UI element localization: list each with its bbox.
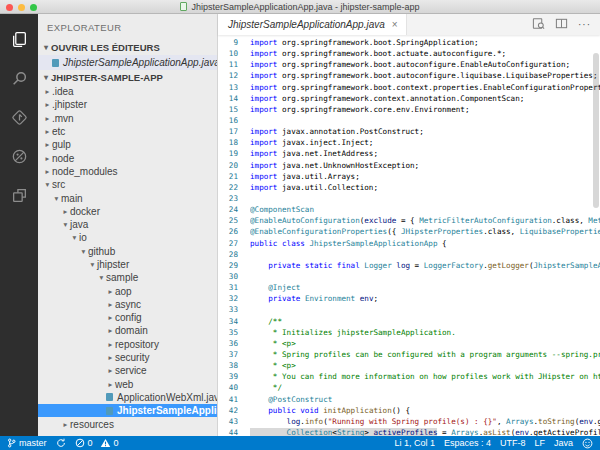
indentation-status[interactable]: Espaces : 4 [444,438,491,448]
code-line[interactable]: 27public class JhipsterSampleApplication… [218,238,600,249]
chevron-right-icon: ▸ [61,207,70,216]
code-line[interactable]: 29 private static final Logger log = Log… [218,260,600,271]
code-text [250,115,600,126]
editor-scrollbar[interactable] [593,53,599,208]
code-line[interactable]: 34 /** [218,316,600,327]
code-line[interactable]: 40 */ [218,382,600,393]
code-line[interactable]: 17import javax.annotation.PostConstruct; [218,126,600,137]
tree-item[interactable]: ▸gulp [38,138,217,151]
tree-item[interactable]: ▾src [38,178,217,191]
extensions-activity-button[interactable] [0,178,38,217]
code-line[interactable]: 24@ComponentScan [218,204,600,215]
tree-item[interactable]: ▸config [38,311,217,324]
warning-icon [100,438,111,448]
tree-item[interactable]: ▾java [38,218,217,231]
minimize-window-button[interactable] [18,4,25,11]
zoom-window-button[interactable] [30,4,37,11]
code-line[interactable]: 30 [218,271,600,282]
chevron-right-icon: ▸ [43,167,52,176]
open-editors-section-header[interactable]: ▾ OUVRIR LES ÉDITEURS [38,40,217,55]
code-line[interactable]: 21import java.util.Arrays; [218,171,600,182]
code-line[interactable]: 14import org.springframework.context.ann… [218,93,600,104]
code-line[interactable]: 43 log.info("Running with Spring profile… [218,416,600,427]
explorer-activity-button[interactable] [0,22,38,61]
close-window-button[interactable] [6,4,13,11]
code-line[interactable]: 10import org.springframework.boot.actuat… [218,48,600,59]
chevron-down-icon: ▾ [41,43,51,52]
tree-item[interactable]: ▸docker [38,205,217,218]
line-number: 20 [218,160,250,171]
code-line[interactable]: 26@EnableConfigurationProperties({ JHips… [218,226,600,237]
feedback-smiley-icon[interactable] [582,438,593,449]
code-line[interactable]: 42 public void initApplication() { [218,405,600,416]
line-number: 23 [218,193,250,204]
open-editor-item[interactable]: JhipsterSampleApplicationApp.java src/m.… [38,55,217,70]
tree-item[interactable]: ApplicationWebXml.java [38,391,217,404]
tree-item[interactable]: ▸async [38,298,217,311]
code-line[interactable]: 9import org.springframework.boot.SpringA… [218,37,600,48]
code-line[interactable]: 25@EnableAutoConfiguration(exclude = { M… [218,215,600,226]
tree-item[interactable]: ▸service [38,364,217,377]
tree-item[interactable]: ▸.idea [38,85,217,98]
tree-item[interactable]: ▾sample [38,271,217,284]
tree-item[interactable]: ▸security [38,351,217,364]
code-line[interactable]: 31 @Inject [218,282,600,293]
code-editor[interactable]: 9import org.springframework.boot.SpringA… [218,35,600,436]
language-mode-status[interactable]: Java [554,438,573,448]
tree-item[interactable]: ▾jhipster [38,258,217,271]
code-line[interactable]: 28 [218,249,600,260]
code-line[interactable]: 22import java.util.Collection; [218,182,600,193]
close-icon[interactable]: × [392,19,398,30]
sync-button[interactable] [56,438,66,448]
tree-item[interactable]: ▸repository [38,338,217,351]
code-line[interactable]: 37 * Spring profiles can be configured w… [218,349,600,360]
tree-item[interactable]: ▾io [38,231,217,244]
tab-jhipster-sample-application-app[interactable]: JhipsterSampleApplicationApp.java × [218,14,407,35]
code-line[interactable]: 20import java.net.UnknownHostException; [218,160,600,171]
tree-item[interactable]: ▸aop [38,284,217,297]
code-line[interactable]: 36 * <p> [218,338,600,349]
code-line[interactable]: 18import javax.inject.Inject; [218,137,600,148]
tree-item[interactable]: ▾github [38,245,217,258]
tree-item[interactable]: ▸resources [38,417,217,430]
code-text: * Initializes jhipsterSampleApplication. [250,327,600,338]
line-number: 13 [218,82,250,93]
eol-status[interactable]: LF [534,438,545,448]
tree-item[interactable]: JhipsterSampleApplicationApp.java [38,404,217,417]
cursor-position-status[interactable]: Li 1, Col 1 [394,438,435,448]
tree-item[interactable]: ▸domain [38,324,217,337]
tree-item[interactable]: ▾main [38,191,217,204]
code-line[interactable]: 16 [218,115,600,126]
code-line[interactable]: 19import java.net.InetAddress; [218,148,600,159]
tree-item[interactable]: ▸node [38,151,217,164]
project-section-header[interactable]: ▾ JHIPSTER-SAMPLE-APP [38,70,217,85]
code-line[interactable]: 15import org.springframework.core.env.En… [218,104,600,115]
tree-item[interactable]: ▸etc [38,125,217,138]
encoding-status[interactable]: UTF-8 [500,438,526,448]
code-line[interactable]: 23 [218,193,600,204]
search-activity-button[interactable] [0,61,38,100]
code-text: @PostConstruct [250,394,600,405]
code-line[interactable]: 32 private Environment env; [218,293,600,304]
debug-activity-button[interactable] [0,139,38,178]
code-line[interactable]: 41 @PostConstruct [218,394,600,405]
code-text: */ [250,382,600,393]
more-actions-icon[interactable]: ··· [578,20,591,30]
source-control-activity-button[interactable] [0,100,38,139]
code-line[interactable]: 38 * <p> [218,360,600,371]
tree-item[interactable]: ▸.jhipster [38,98,217,111]
problems-status[interactable]: 0 0 [75,438,119,448]
code-line[interactable]: 33 [218,304,600,315]
tree-item[interactable]: ▸web [38,378,217,391]
open-preview-icon[interactable] [532,16,545,34]
code-line[interactable]: 35 * Initializes jhipsterSampleApplicati… [218,327,600,338]
tree-item[interactable]: ▸node_modules [38,165,217,178]
code-line[interactable]: 13import org.springframework.boot.contex… [218,82,600,93]
code-line[interactable]: 12import org.springframework.boot.autoco… [218,70,600,81]
git-branch-status[interactable]: master [7,438,47,448]
code-line[interactable]: 11import org.springframework.boot.autoco… [218,59,600,70]
code-line[interactable]: 44 Collection<String> activeProfiles = A… [218,427,600,436]
split-editor-icon[interactable] [555,16,568,34]
code-line[interactable]: 39 * You can find more information on ho… [218,371,600,382]
tree-item[interactable]: ▸.mvn [38,112,217,125]
